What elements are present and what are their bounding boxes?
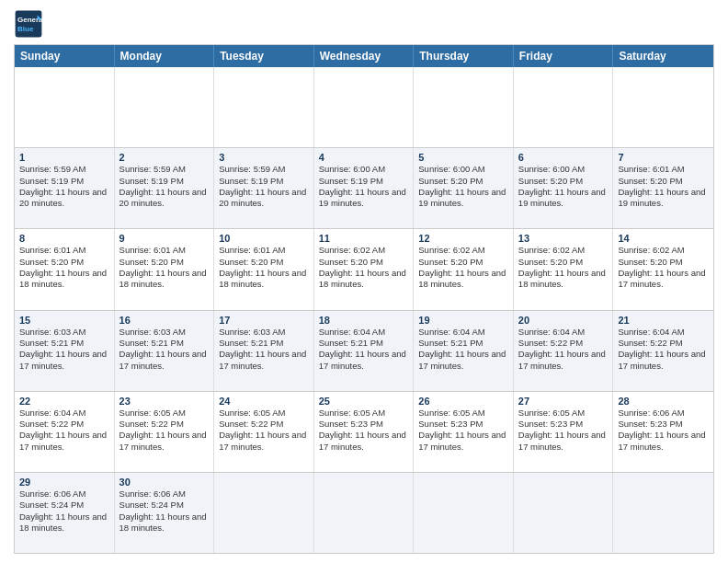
- day-number: 25: [319, 396, 409, 407]
- day-number: 28: [618, 396, 709, 407]
- empty-cell: [15, 67, 115, 147]
- day-info: Sunrise: 6:05 AMSunset: 5:22 PMDaylight:…: [119, 408, 210, 453]
- day-cell-1: 1Sunrise: 5:59 AMSunset: 5:19 PMDaylight…: [15, 148, 115, 228]
- day-info: Sunrise: 6:00 AMSunset: 5:20 PMDaylight:…: [518, 164, 609, 209]
- day-info: Sunrise: 6:04 AMSunset: 5:21 PMDaylight:…: [319, 327, 409, 372]
- day-of-week-thursday: Thursday: [414, 45, 514, 67]
- day-number: 16: [119, 315, 210, 326]
- empty-cell: [514, 67, 614, 147]
- day-info: Sunrise: 6:02 AMSunset: 5:20 PMDaylight:…: [518, 245, 609, 290]
- empty-cell: [613, 473, 713, 553]
- day-info: Sunrise: 6:02 AMSunset: 5:20 PMDaylight:…: [418, 245, 508, 290]
- calendar-row-2: 1Sunrise: 5:59 AMSunset: 5:19 PMDaylight…: [15, 147, 713, 228]
- day-info: Sunrise: 6:02 AMSunset: 5:20 PMDaylight:…: [618, 245, 709, 290]
- day-number: 15: [19, 315, 109, 326]
- day-cell-8: 8Sunrise: 6:01 AMSunset: 5:20 PMDaylight…: [15, 229, 115, 309]
- day-info: Sunrise: 6:04 AMSunset: 5:22 PMDaylight:…: [19, 408, 109, 453]
- day-info: Sunrise: 6:06 AMSunset: 5:23 PMDaylight:…: [618, 408, 709, 453]
- day-cell-29: 29Sunrise: 6:06 AMSunset: 5:24 PMDayligh…: [15, 473, 115, 553]
- day-number: 30: [119, 477, 210, 488]
- day-cell-2: 2Sunrise: 5:59 AMSunset: 5:19 PMDaylight…: [115, 148, 215, 228]
- day-number: 26: [418, 396, 508, 407]
- header: General Blue: [14, 9, 714, 39]
- day-info: Sunrise: 5:59 AMSunset: 5:19 PMDaylight:…: [119, 164, 210, 209]
- empty-cell: [214, 67, 314, 147]
- day-cell-6: 6Sunrise: 6:00 AMSunset: 5:20 PMDaylight…: [514, 148, 614, 228]
- day-of-week-monday: Monday: [115, 45, 215, 67]
- day-info: Sunrise: 6:03 AMSunset: 5:21 PMDaylight:…: [19, 327, 109, 372]
- day-info: Sunrise: 6:00 AMSunset: 5:19 PMDaylight:…: [319, 164, 409, 209]
- day-info: Sunrise: 6:05 AMSunset: 5:23 PMDaylight:…: [418, 408, 508, 453]
- day-number: 1: [19, 152, 109, 163]
- day-cell-27: 27Sunrise: 6:05 AMSunset: 5:23 PMDayligh…: [514, 392, 614, 472]
- day-number: 3: [219, 152, 309, 163]
- day-number: 20: [518, 315, 609, 326]
- day-cell-25: 25Sunrise: 6:05 AMSunset: 5:23 PMDayligh…: [314, 392, 415, 472]
- day-of-week-saturday: Saturday: [613, 45, 713, 67]
- day-of-week-wednesday: Wednesday: [314, 45, 415, 67]
- day-number: 18: [319, 315, 409, 326]
- day-cell-20: 20Sunrise: 6:04 AMSunset: 5:22 PMDayligh…: [514, 311, 614, 391]
- day-cell-17: 17Sunrise: 6:03 AMSunset: 5:21 PMDayligh…: [214, 311, 314, 391]
- day-info: Sunrise: 5:59 AMSunset: 5:19 PMDaylight:…: [19, 164, 109, 209]
- calendar-row-6: 29Sunrise: 6:06 AMSunset: 5:24 PMDayligh…: [15, 472, 713, 553]
- calendar-row-4: 15Sunrise: 6:03 AMSunset: 5:21 PMDayligh…: [15, 310, 713, 391]
- day-info: Sunrise: 6:06 AMSunset: 5:24 PMDaylight:…: [119, 488, 210, 534]
- day-number: 19: [418, 315, 508, 326]
- day-info: Sunrise: 6:01 AMSunset: 5:20 PMDaylight:…: [19, 245, 109, 290]
- day-number: 2: [119, 152, 210, 163]
- day-cell-28: 28Sunrise: 6:06 AMSunset: 5:23 PMDayligh…: [613, 392, 713, 472]
- day-number: 29: [19, 477, 109, 488]
- day-number: 7: [618, 152, 709, 163]
- day-info: Sunrise: 6:06 AMSunset: 5:24 PMDaylight:…: [19, 488, 109, 534]
- calendar-body: 1Sunrise: 5:59 AMSunset: 5:19 PMDaylight…: [15, 67, 713, 553]
- calendar-row-5: 22Sunrise: 6:04 AMSunset: 5:22 PMDayligh…: [15, 391, 713, 472]
- day-of-week-friday: Friday: [514, 45, 614, 67]
- day-cell-19: 19Sunrise: 6:04 AMSunset: 5:21 PMDayligh…: [414, 311, 514, 391]
- day-info: Sunrise: 6:01 AMSunset: 5:20 PMDaylight:…: [219, 245, 309, 290]
- empty-cell: [314, 473, 415, 553]
- day-cell-26: 26Sunrise: 6:05 AMSunset: 5:23 PMDayligh…: [414, 392, 514, 472]
- day-info: Sunrise: 6:05 AMSunset: 5:23 PMDaylight:…: [518, 408, 609, 453]
- day-cell-13: 13Sunrise: 6:02 AMSunset: 5:20 PMDayligh…: [514, 229, 614, 309]
- logo-icon: General Blue: [14, 9, 43, 39]
- day-cell-3: 3Sunrise: 5:59 AMSunset: 5:19 PMDaylight…: [214, 148, 314, 228]
- day-cell-16: 16Sunrise: 6:03 AMSunset: 5:21 PMDayligh…: [115, 311, 215, 391]
- logo: General Blue: [14, 9, 43, 39]
- day-of-week-sunday: Sunday: [15, 45, 115, 67]
- day-info: Sunrise: 5:59 AMSunset: 5:19 PMDaylight:…: [219, 164, 309, 209]
- day-info: Sunrise: 6:05 AMSunset: 5:23 PMDaylight:…: [319, 408, 409, 453]
- day-info: Sunrise: 6:04 AMSunset: 5:22 PMDaylight:…: [518, 327, 609, 372]
- day-cell-21: 21Sunrise: 6:04 AMSunset: 5:22 PMDayligh…: [613, 311, 713, 391]
- day-number: 22: [19, 396, 109, 407]
- day-number: 9: [119, 233, 210, 244]
- day-number: 17: [219, 315, 309, 326]
- empty-cell: [115, 67, 215, 147]
- day-number: 12: [418, 233, 508, 244]
- day-number: 10: [219, 233, 309, 244]
- day-number: 27: [518, 396, 609, 407]
- day-info: Sunrise: 6:02 AMSunset: 5:20 PMDaylight:…: [319, 245, 409, 290]
- day-number: 5: [418, 152, 508, 163]
- day-info: Sunrise: 6:03 AMSunset: 5:21 PMDaylight:…: [219, 327, 309, 372]
- day-cell-14: 14Sunrise: 6:02 AMSunset: 5:20 PMDayligh…: [613, 229, 713, 309]
- calendar-row-3: 8Sunrise: 6:01 AMSunset: 5:20 PMDaylight…: [15, 228, 713, 309]
- day-cell-9: 9Sunrise: 6:01 AMSunset: 5:20 PMDaylight…: [115, 229, 215, 309]
- day-number: 13: [518, 233, 609, 244]
- day-number: 6: [518, 152, 609, 163]
- empty-cell: [613, 67, 713, 147]
- day-info: Sunrise: 6:00 AMSunset: 5:20 PMDaylight:…: [418, 164, 508, 209]
- day-info: Sunrise: 6:03 AMSunset: 5:21 PMDaylight:…: [119, 327, 210, 372]
- svg-text:Blue: Blue: [17, 25, 34, 33]
- day-of-week-tuesday: Tuesday: [214, 45, 314, 67]
- calendar-row-1: [15, 67, 713, 147]
- day-number: 23: [119, 396, 210, 407]
- day-cell-18: 18Sunrise: 6:04 AMSunset: 5:21 PMDayligh…: [314, 311, 415, 391]
- empty-cell: [414, 67, 514, 147]
- day-info: Sunrise: 6:05 AMSunset: 5:22 PMDaylight:…: [219, 408, 309, 453]
- day-number: 21: [618, 315, 709, 326]
- day-cell-11: 11Sunrise: 6:02 AMSunset: 5:20 PMDayligh…: [314, 229, 415, 309]
- day-cell-15: 15Sunrise: 6:03 AMSunset: 5:21 PMDayligh…: [15, 311, 115, 391]
- day-info: Sunrise: 6:04 AMSunset: 5:21 PMDaylight:…: [418, 327, 508, 372]
- day-number: 11: [319, 233, 409, 244]
